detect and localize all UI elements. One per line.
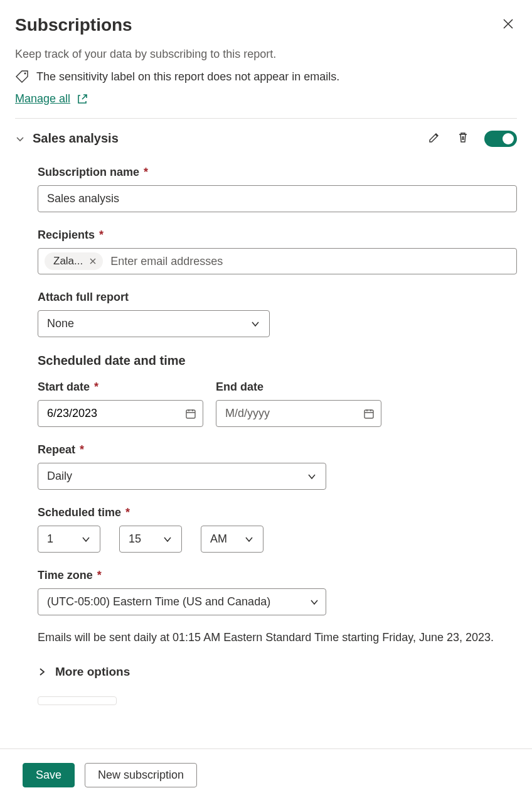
page-subtitle: Keep track of your data by subscribing t…: [15, 48, 517, 61]
scheduled-time-label: Scheduled time *: [38, 506, 517, 519]
recipients-label: Recipients *: [38, 229, 517, 242]
page-title: Subscriptions: [15, 15, 132, 35]
end-date-input[interactable]: [216, 400, 381, 427]
schedule-section-title: Scheduled date and time: [38, 354, 517, 368]
pencil-icon: [428, 131, 440, 144]
name-label: Subscription name *: [38, 166, 517, 179]
repeat-label: Repeat *: [38, 443, 517, 457]
recipients-field[interactable]: Zala...: [38, 248, 517, 274]
tag-icon: [15, 70, 29, 84]
manage-all-label: Manage all: [15, 92, 70, 105]
ampm-value: AM: [210, 532, 227, 546]
chevron-down-icon: [250, 319, 260, 329]
sensitivity-text: The sensitivity label on this report doe…: [36, 70, 339, 84]
chevron-down-icon: [309, 597, 319, 607]
minute-value: 15: [129, 532, 141, 546]
edit-button[interactable]: [427, 130, 442, 147]
minute-select[interactable]: 15: [119, 526, 182, 553]
delete-button[interactable]: [455, 130, 471, 147]
attach-value: None: [47, 317, 74, 330]
chevron-right-icon: [38, 667, 46, 676]
close-icon: [502, 18, 514, 30]
start-date-input[interactable]: [38, 400, 203, 427]
timezone-select[interactable]: (UTC-05:00) Eastern Time (US and Canada): [38, 588, 326, 615]
start-date-label: Start date *: [38, 381, 203, 394]
trash-icon: [457, 131, 469, 144]
chevron-down-icon[interactable]: [15, 134, 25, 144]
timezone-value: (UTC-05:00) Eastern Time (US and Canada): [47, 595, 270, 608]
sensitivity-notice: The sensitivity label on this report doe…: [15, 70, 517, 84]
new-subscription-button[interactable]: New subscription: [85, 763, 197, 787]
hour-value: 1: [47, 532, 53, 546]
recipients-input[interactable]: [110, 255, 510, 268]
close-button[interactable]: [499, 15, 517, 35]
x-icon: [89, 257, 97, 265]
chevron-down-icon: [162, 534, 173, 544]
more-options-toggle[interactable]: More options: [38, 665, 130, 679]
recipient-chip-label: Zala...: [53, 255, 83, 267]
external-link-icon: [77, 94, 88, 105]
hour-select[interactable]: 1: [38, 526, 100, 553]
cutoff-element: [38, 696, 117, 705]
chevron-down-icon: [244, 534, 254, 544]
enabled-toggle[interactable]: [484, 131, 517, 147]
end-date-label: End date: [216, 381, 381, 394]
chevron-down-icon: [81, 534, 91, 544]
remove-recipient-button[interactable]: [89, 257, 97, 265]
recipient-chip: Zala...: [45, 252, 103, 270]
subscription-item-title: Sales analysis: [33, 131, 119, 146]
svg-point-0: [24, 73, 26, 75]
subscription-name-input[interactable]: [38, 185, 517, 212]
attach-select[interactable]: None: [38, 310, 270, 337]
more-options-label: More options: [55, 665, 130, 679]
repeat-value: Daily: [47, 470, 72, 483]
repeat-select[interactable]: Daily: [38, 463, 326, 490]
chevron-down-icon: [307, 472, 317, 482]
manage-all-link[interactable]: Manage all: [15, 92, 88, 105]
save-button[interactable]: Save: [23, 763, 75, 787]
attach-label: Attach full report: [38, 291, 517, 304]
divider: [15, 118, 517, 119]
schedule-summary: Emails will be sent daily at 01:15 AM Ea…: [38, 629, 517, 646]
footer: Save New subscription: [0, 748, 532, 801]
ampm-select[interactable]: AM: [201, 526, 263, 553]
timezone-label: Time zone *: [38, 569, 517, 582]
